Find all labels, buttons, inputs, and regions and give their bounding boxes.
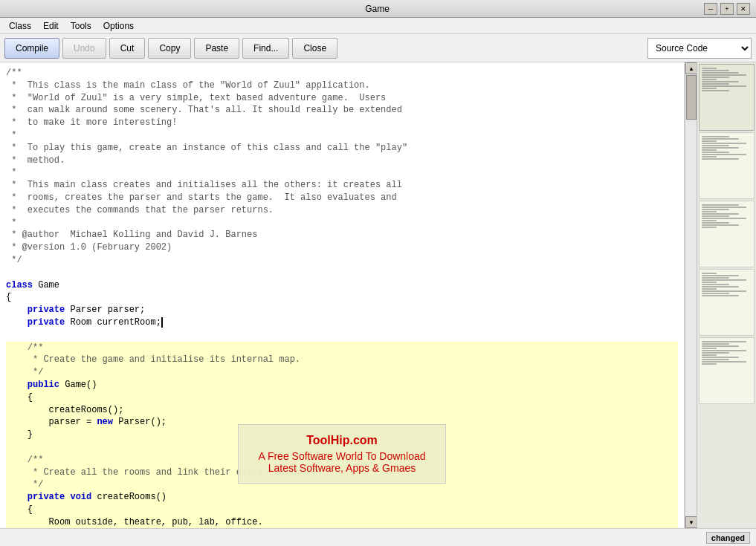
code-line: * executes the commands that the parser … <box>6 204 678 217</box>
cut-button[interactable]: Cut <box>109 38 146 59</box>
code-line: * method. <box>6 155 678 167</box>
paste-button[interactable]: Paste <box>194 38 239 59</box>
code-line: * can walk around some scenery. That's a… <box>6 104 678 117</box>
code-line: * @author Michael Kolling and David J. B… <box>6 229 678 241</box>
toolbar: Compile Undo Cut Copy Paste Find... Clos… <box>0 34 756 62</box>
code-line: { <box>6 291 678 304</box>
code-line: * @version 1.0 (February 2002) <box>6 241 678 254</box>
minimap-section-1[interactable] <box>699 64 755 131</box>
code-line: private void createRooms() <box>6 491 678 504</box>
minimap-section-3[interactable] <box>699 201 755 267</box>
code-line <box>6 267 678 279</box>
code-line: class Game <box>6 279 678 292</box>
watermark-desc: A Free Software World To Download Latest… <box>253 450 430 474</box>
minimap-panel <box>697 62 756 528</box>
find-button[interactable]: Find... <box>242 38 289 59</box>
source-dropdown[interactable]: Source Code Byte Code Documentation <box>647 38 752 59</box>
menu-edit[interactable]: Edit <box>37 19 65 33</box>
code-line: Room outside, theatre, pub, lab, office. <box>6 516 678 528</box>
minimize-button[interactable]: ─ <box>704 3 717 15</box>
code-line: */ <box>6 254 678 267</box>
scroll-thumb[interactable] <box>686 75 697 120</box>
code-line: private Parser parser; <box>6 304 678 316</box>
compile-button[interactable]: Compile <box>4 38 59 59</box>
menu-options[interactable]: Options <box>97 19 140 33</box>
minimap-section-4[interactable] <box>699 269 755 336</box>
close-button[interactable]: ✕ <box>737 3 750 15</box>
code-line: */ <box>6 366 678 379</box>
code-line: { <box>6 391 678 404</box>
status-bar: changed <box>0 528 756 546</box>
code-line: * to make it more interesting! <box>6 117 678 129</box>
watermark-line1: A Free Software World To Download <box>253 450 430 462</box>
code-line: * To play this game, create an instance … <box>6 142 678 155</box>
window-controls[interactable]: ─ + ✕ <box>704 3 750 15</box>
watermark-site: ToolHip.com <box>253 434 430 447</box>
window-title: Game <box>51 4 704 14</box>
vertical-scrollbar[interactable]: ▲ ▼ <box>685 62 697 528</box>
minimap-section-5[interactable] <box>699 337 755 404</box>
maximize-button[interactable]: + <box>720 3 734 15</box>
code-line: { <box>6 504 678 516</box>
scroll-down-arrow[interactable]: ▼ <box>685 516 697 528</box>
undo-button[interactable]: Undo <box>62 38 106 59</box>
code-line: * This main class creates and initialise… <box>6 179 678 192</box>
close-button-toolbar[interactable]: Close <box>292 38 337 59</box>
source-select[interactable]: Source Code Byte Code Documentation <box>647 38 752 59</box>
scroll-up-arrow[interactable]: ▲ <box>685 62 697 74</box>
code-line: * This class is the main class of the "W… <box>6 79 678 92</box>
code-line: private Room currentRoom; <box>6 316 678 329</box>
code-line: createRooms(); <box>6 404 678 417</box>
minimap-section-2[interactable] <box>699 132 755 199</box>
code-line: /** <box>6 342 678 354</box>
watermark: ToolHip.com A Free Software World To Dow… <box>238 424 446 484</box>
code-line: * <box>6 129 678 142</box>
code-line <box>6 329 678 342</box>
code-line: * Create the game and initialise its int… <box>6 354 678 366</box>
changed-badge: changed <box>706 532 750 544</box>
code-line: * <box>6 166 678 179</box>
watermark-line2: Latest Software, Apps & Gmaes <box>253 462 430 474</box>
code-line: public Game() <box>6 379 678 391</box>
copy-button[interactable]: Copy <box>148 38 191 59</box>
menu-bar: Class Edit Tools Options <box>0 18 756 34</box>
code-line: /** <box>6 67 678 79</box>
code-line: * rooms, creates the parser and starts t… <box>6 192 678 204</box>
code-line: * "World of Zuul" is a very simple, text… <box>6 92 678 105</box>
main-area: /** * This class is the main class of th… <box>0 62 756 528</box>
title-bar: Game ─ + ✕ <box>0 0 756 18</box>
menu-tools[interactable]: Tools <box>65 19 97 33</box>
code-line: * <box>6 217 678 230</box>
editor-container: /** * This class is the main class of th… <box>0 62 685 528</box>
menu-class[interactable]: Class <box>3 19 37 33</box>
